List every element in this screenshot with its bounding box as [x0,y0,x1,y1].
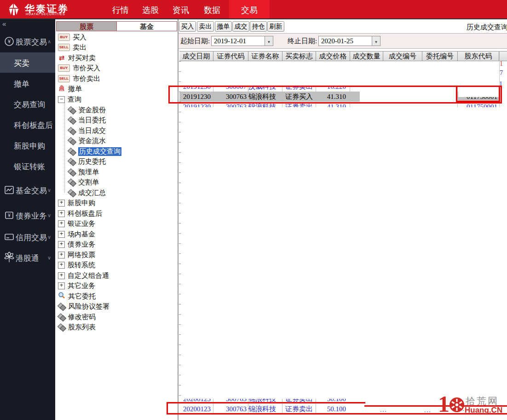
expand-plus-icon[interactable] [58,272,65,279]
col-order-no[interactable]: 委托编号 [422,52,458,61]
end-date-label: 终止日期: [288,37,317,46]
expand-plus-icon[interactable] [58,241,65,248]
tree-item-deal-summary[interactable]: 成交汇总 [68,188,187,198]
col-shareholder-code[interactable]: 股东代码 [458,52,499,61]
start-date-value: 2019-12-01 [214,37,246,45]
nav-quotes[interactable]: 行情 [111,5,130,16]
sidebar-item-bank-transfer[interactable]: 银证转账 [14,161,45,172]
tree-item-risk-agreement[interactable]: 风险协议签署 [58,301,177,311]
tree-item-pre-orders[interactable]: 预埋单 [68,167,187,177]
tree-item-online-voting[interactable]: 网络投票 [58,250,177,260]
tree-item-query[interactable]: 查询 [58,94,177,104]
expand-plus-icon[interactable] [58,282,65,289]
tree-item-custom-portfolio[interactable]: 自定义组合通 [58,270,177,281]
tree-item-sell[interactable]: SELL卖出 [58,42,177,52]
tree-item-history-orders[interactable]: 历史委托 [68,156,187,167]
hk-flower-icon [3,251,16,265]
buy-icon: BUY [58,34,70,41]
nav-stock-pick[interactable]: 选股 [141,5,160,16]
nav-news[interactable]: 资讯 [172,5,190,16]
sidebar-item-hk-connect[interactable]: 港股通 [16,253,39,264]
buy-button[interactable]: 买入 [179,21,196,32]
brand-subtitle: HUATAI SECURITIES [26,12,65,16]
chevron-up-icon [47,39,51,45]
pin-icon [68,127,75,134]
nav-trade-active[interactable]: 交易 [240,5,259,16]
tree-item-history-deals-query[interactable]: 历史成交查询 [68,146,187,156]
tree-item-other-business[interactable]: 其它业务 [58,281,177,291]
tree-item-other-orders[interactable]: 其它委托 [58,291,177,301]
col-deal-no[interactable]: 成交编号 [383,52,422,61]
tree-item-change-password[interactable]: 修改密码 [58,312,177,322]
col-trade-flag[interactable]: 买卖标志 [282,52,316,61]
tab-fund[interactable]: 基金 [116,21,177,31]
sidebar-item-bond-business[interactable]: 债券业务 [16,211,47,221]
chevron-down-icon [47,234,51,240]
col-deal-date[interactable]: 成交日期 [179,52,213,61]
cancel-order-button[interactable]: 撤单 [215,21,232,32]
sidebar-item-stock-trade[interactable]: 股票交易 [16,37,47,47]
sidebar-item-ipo[interactable]: 新股申购 [14,141,45,151]
tree-item-bank-securities[interactable]: 银证业务 [58,219,177,229]
expand-plus-icon[interactable] [58,200,65,207]
tree-item-ipo[interactable]: 新股申购 [58,198,177,208]
sidebar-item-trade-query[interactable]: 交易查询 [14,99,45,110]
tab-stock[interactable]: 股票 [56,21,117,31]
deals-button[interactable]: 成交 [232,21,249,32]
sidebar-item-star-market[interactable]: 科创板盘后 [14,120,53,131]
expand-plus-icon[interactable] [58,231,65,238]
tree-item-today-deals[interactable]: 当日成交 [68,126,187,136]
positions-button[interactable]: 持仓 [250,21,267,32]
sidebar-item-margin-trade[interactable]: 信用交易 [16,232,47,243]
tree-item-fund-flow[interactable]: 资金流水 [68,136,187,146]
collapse-minus-icon[interactable] [58,96,65,103]
expand-plus-icon[interactable] [58,220,65,227]
sidebar-item-fund-trade[interactable]: 基金交易 [16,185,47,196]
pin-icon [58,303,65,310]
nav-data[interactable]: 数据 [203,5,221,16]
tree-item-share-transfer[interactable]: 股转系统 [58,260,177,270]
watermark-domain: Huang.CN [465,406,502,415]
expand-plus-icon[interactable] [58,262,65,269]
col-security-code[interactable]: 证券代码 [213,52,248,61]
col-security-name[interactable]: 证券名称 [248,52,282,61]
col-deal-price[interactable]: 成交价格 [316,52,350,61]
tree-item-funds-shares[interactable]: 资金股份 [68,105,187,115]
top-bar: 华泰证券 HUATAI SECURITIES 行情 选股 资讯 数据 交易 [0,0,507,18]
tree-item-exchange-funds[interactable]: 场内基金 [58,229,177,239]
tree-item-pair-trade[interactable]: 对买对卖 [58,53,177,63]
buy-icon: BUY [58,64,70,72]
end-date-dropdown-icon[interactable] [372,36,380,46]
tree-item-today-orders[interactable]: 当日委托 [68,115,187,125]
svg-text:¥: ¥ [7,39,11,44]
tree-item-shareholder-list[interactable]: 股东列表 [58,322,177,332]
svg-text:¥: ¥ [7,213,11,218]
pane-title: 历史成交查询 [467,23,507,32]
tree-item-settlement[interactable]: 交割单 [68,177,187,187]
start-date-input[interactable]: 2019-12-01 [211,36,273,46]
expand-plus-icon[interactable] [58,252,65,259]
tree-item-market-sell[interactable]: SELL市价卖出 [58,74,177,84]
trading-app-window: 华泰证券 HUATAI SECURITIES 行情 选股 资讯 数据 交易 ¥ … [0,0,507,420]
sidebar-item-cancel[interactable]: 撤单 [14,79,29,89]
collapse-sidebar-icon[interactable] [2,20,6,28]
tree-item-bonds[interactable]: 债券业务 [58,239,177,249]
tree-item-buy[interactable]: BUY买入 [58,32,177,42]
sell-button[interactable]: 卖出 [197,21,214,32]
refresh-button[interactable]: 刷新 [267,21,284,32]
dots-fragment: ... [380,406,387,414]
tree-item-market-buy[interactable]: BUY市价买入 [58,63,177,73]
expand-plus-icon[interactable] [58,210,65,217]
end-date-input[interactable]: 2020-01-25 [318,36,380,46]
pin-icon [68,106,75,114]
tree-item-star-market[interactable]: 科创板盘后 [58,208,177,219]
tree-connector-line [64,99,65,193]
pin-icon [68,168,75,176]
col-deal-qty[interactable]: 成交数量 [350,52,383,61]
tree-item-cancel-order[interactable]: 撤单 [58,84,177,94]
sell-icon: SELL [58,75,70,82]
watermark: 1 拾荒网 Huang.CN [438,393,507,417]
sidebar-item-buysell[interactable]: 买卖 [14,58,29,69]
start-date-dropdown-icon[interactable] [265,36,273,46]
hand-icon [58,84,65,93]
